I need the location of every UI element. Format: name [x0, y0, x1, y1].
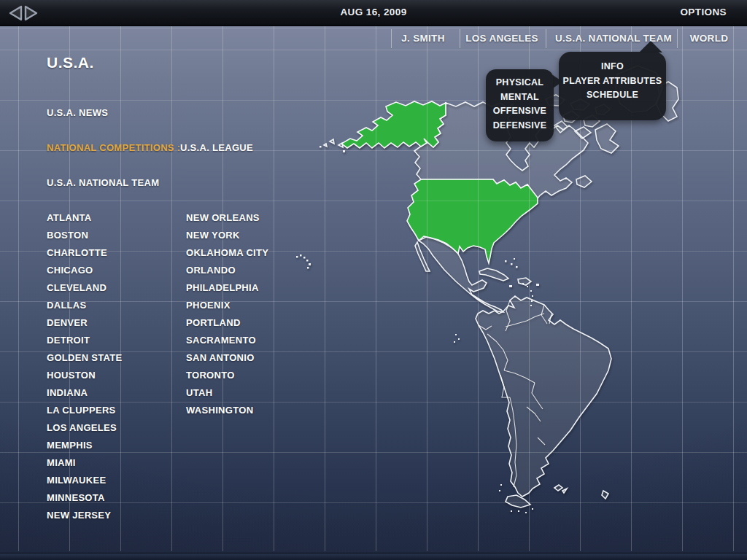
team-link[interactable]: DALLAS: [47, 297, 123, 314]
nav-item-club[interactable]: LOS ANGELES: [465, 33, 538, 44]
team-link[interactable]: OKLAHOMA CITY: [186, 244, 268, 262]
team-link[interactable]: ATLANTA: [47, 209, 123, 227]
team-link[interactable]: SAN ANTONIO: [186, 349, 268, 367]
bottom-strip: [0, 553, 747, 560]
team-link[interactable]: MINNESOTA: [47, 489, 123, 507]
team-list-col2: NEW ORLEANS NEW YORK OKLAHOMA CITY ORLAN…: [186, 209, 268, 419]
team-link[interactable]: PHILADELPHIA: [186, 279, 268, 297]
team-link[interactable]: PORTLAND: [186, 314, 268, 332]
team-link[interactable]: DENVER: [47, 314, 123, 332]
usa-league-link[interactable]: U.S.A. LEAGUE: [180, 142, 253, 153]
popup-item-defensive[interactable]: DEFENSIVE: [486, 119, 554, 133]
map-hispaniola: [518, 278, 531, 285]
team-link[interactable]: WASHINGTON: [186, 402, 268, 419]
team-link[interactable]: TORONTO: [186, 367, 268, 384]
popup-item-offensive[interactable]: OFFENSIVE: [486, 104, 554, 119]
player-attributes-submenu: PHYSICAL MENTAL OFFENSIVE DEFENSIVE: [486, 69, 554, 141]
team-link[interactable]: INDIANA: [47, 384, 123, 402]
map-falklands: [554, 485, 562, 491]
team-link[interactable]: CHICAGO: [47, 262, 123, 279]
nav-separator: [460, 29, 460, 48]
team-link[interactable]: GOLDEN STATE: [47, 349, 123, 367]
map-newfoundland: [576, 176, 592, 187]
options-button[interactable]: OPTIONS: [680, 0, 727, 25]
team-link[interactable]: HOUSTON: [47, 367, 123, 384]
national-competitions-label: NATIONAL COMPETITIONS :: [47, 142, 180, 153]
nav-item-manager[interactable]: J. SMITH: [401, 33, 444, 44]
popup-item-info[interactable]: INFO: [559, 60, 666, 74]
map-tierra-del-fuego: [506, 495, 530, 508]
map-usa[interactable]: [407, 179, 538, 263]
usa-news-link[interactable]: U.S.A. NEWS: [47, 107, 108, 118]
main-nav: J. SMITH LOS ANGELES U.S.A. NATIONAL TEA…: [0, 26, 747, 50]
popup-item-player-attributes[interactable]: PLAYER ATTRIBUTES: [559, 74, 666, 89]
team-link[interactable]: LOS ANGELES: [47, 419, 123, 437]
team-link[interactable]: SACRAMENTO: [186, 332, 268, 349]
team-link[interactable]: MILWAUKEE: [47, 472, 123, 489]
popup-pointer-right-icon: [553, 75, 562, 88]
team-link[interactable]: CHARLOTTE: [47, 244, 123, 262]
popup-item-mental[interactable]: MENTAL: [486, 90, 554, 105]
top-bar: AUG 16, 2009 OPTIONS: [0, 0, 747, 26]
team-link[interactable]: BOSTON: [47, 227, 123, 244]
team-link[interactable]: CLEVELAND: [47, 279, 123, 297]
map-baffin: [595, 124, 619, 153]
map-alaska[interactable]: [341, 101, 446, 148]
nav-separator: [391, 29, 392, 48]
page-title: U.S.A.: [47, 54, 94, 71]
team-link[interactable]: NEW YORK: [186, 227, 268, 244]
nav-item-world[interactable]: WORLD: [690, 33, 729, 44]
map-south-georgia: [602, 491, 608, 499]
team-list-col1: ATLANTA BOSTON CHARLOTTE CHICAGO CLEVELA…: [47, 209, 123, 524]
nav-separator: [677, 29, 678, 48]
team-link[interactable]: MEMPHIS: [47, 437, 123, 454]
team-link[interactable]: ORLANDO: [186, 262, 268, 279]
usa-national-team-link[interactable]: U.S.A. NATIONAL TEAM: [47, 177, 159, 188]
popup-pointer-up-icon: [639, 41, 662, 52]
team-link[interactable]: NEW ORLEANS: [186, 209, 268, 227]
nav-separator: [546, 29, 546, 48]
current-date: AUG 16, 2009: [0, 0, 747, 25]
team-link[interactable]: MIAMI: [47, 454, 123, 472]
national-team-popup-menu: INFO PLAYER ATTRIBUTES SCHEDULE: [559, 52, 666, 120]
team-link[interactable]: NEW JERSEY: [47, 507, 123, 524]
team-link[interactable]: DETROIT: [47, 332, 123, 349]
popup-item-schedule[interactable]: SCHEDULE: [559, 88, 666, 103]
popup-item-physical[interactable]: PHYSICAL: [486, 76, 554, 90]
team-link[interactable]: LA CLUPPERS: [47, 402, 123, 419]
map-cuba[interactable]: [479, 268, 508, 281]
map-hawaii: [296, 254, 311, 269]
map-south-america[interactable]: [476, 296, 611, 497]
team-link[interactable]: PHOENIX: [186, 297, 268, 314]
team-link[interactable]: UTAH: [186, 384, 268, 402]
game-screen: AUG 16, 2009 OPTIONS J. SMITH LOS ANGELE…: [0, 0, 747, 560]
